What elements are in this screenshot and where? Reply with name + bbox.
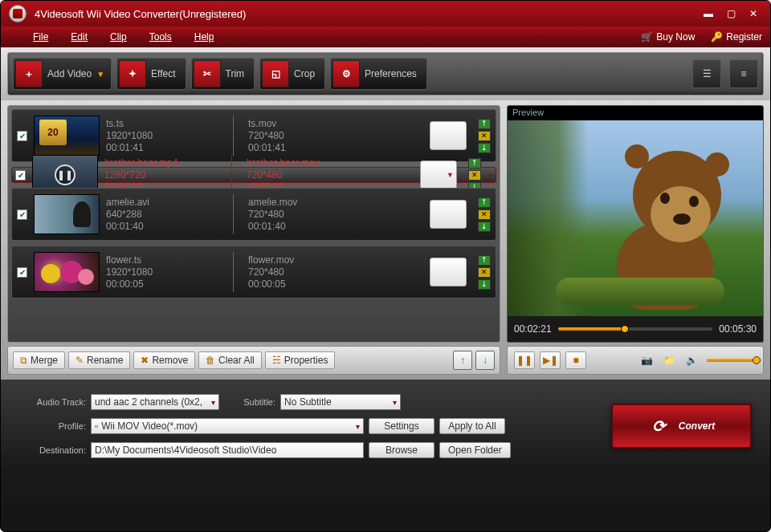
convert-button[interactable]: ⟳ Convert: [611, 404, 752, 449]
audio-track-select[interactable]: und aac 2 channels (0x2,: [91, 394, 219, 410]
pause-button[interactable]: ❚❚: [514, 351, 535, 369]
browse-button[interactable]: Browse: [369, 442, 434, 458]
file-dur: 00:00:05: [106, 278, 226, 290]
file-res: 1280*720: [104, 169, 225, 181]
destination-field[interactable]: D:\My Documents\4Videosoft Studio\Video: [91, 442, 364, 458]
close-button[interactable]: ✕: [744, 7, 762, 20]
trim-icon: ✂: [194, 60, 221, 87]
thumbnail[interactable]: [34, 194, 100, 234]
seek-thumb[interactable]: [621, 325, 629, 333]
row-checkbox[interactable]: ✔: [17, 267, 27, 278]
volume-icon[interactable]: 🔈: [683, 351, 700, 369]
menu-file[interactable]: File: [33, 31, 48, 43]
trim-button[interactable]: ✂ Trim: [191, 58, 255, 90]
out-name: flower.mov: [248, 254, 361, 266]
row-remove-button[interactable]: ✕: [468, 170, 481, 181]
device-dropdown[interactable]: ▼: [420, 160, 457, 189]
subtitle-select[interactable]: No Subtitle: [280, 394, 401, 410]
snapshot-button[interactable]: 📷: [638, 351, 655, 369]
row-bottom-button[interactable]: ⤓: [478, 221, 491, 232]
settings-button[interactable]: Settings: [369, 418, 434, 434]
menu-tools[interactable]: Tools: [149, 31, 172, 43]
snapshot-folder-button[interactable]: 📁: [660, 351, 678, 369]
file-res: 1920*1080: [106, 266, 226, 278]
row-checkbox[interactable]: ✔: [15, 170, 26, 181]
row-remove-button[interactable]: ✕: [478, 267, 491, 278]
list-view-button[interactable]: ☰: [692, 59, 721, 88]
row-top-button[interactable]: ⤒: [478, 197, 491, 208]
move-up-button[interactable]: ↑: [453, 351, 472, 370]
convert-icon: ⟳: [648, 415, 671, 437]
file-name: flower.ts: [106, 254, 226, 266]
device-icon[interactable]: [430, 121, 467, 150]
menu-clip[interactable]: Clip: [110, 31, 127, 43]
out-name: ts.mov: [248, 118, 361, 130]
remove-icon: ✖: [141, 355, 149, 366]
play-overlay-icon: ❚❚: [55, 164, 75, 185]
row-top-button[interactable]: ⤒: [468, 158, 481, 169]
maximize-button[interactable]: ▢: [722, 7, 740, 20]
menu-help[interactable]: Help: [194, 31, 214, 43]
device-icon[interactable]: [430, 200, 467, 229]
trash-icon: 🗑: [206, 355, 215, 366]
volume-slider[interactable]: [707, 359, 757, 362]
crop-icon: ◱: [262, 60, 289, 87]
clear-all-button[interactable]: 🗑Clear All: [198, 351, 262, 369]
device-icon[interactable]: [430, 258, 467, 286]
remove-button[interactable]: ✖Remove: [133, 351, 195, 369]
minimize-button[interactable]: ▬: [700, 7, 717, 20]
middle-shell: ✔ 20 ts.ts 1920*1080 00:01:41 ts.mov 720…: [1, 100, 770, 380]
file-name: ts.ts: [106, 118, 226, 130]
row-checkbox[interactable]: ✔: [17, 209, 27, 220]
register-link[interactable]: 🔑Register: [711, 31, 762, 43]
out-dur: 00:01:40: [248, 221, 361, 233]
row-top-button[interactable]: ⤒: [478, 255, 491, 266]
app-window: 4Videosoft Wii Video Converter(Unregiste…: [0, 0, 771, 532]
add-video-dropdown-icon[interactable]: ▼: [96, 70, 104, 79]
thumbnail[interactable]: 20: [34, 116, 100, 156]
audio-track-label: Audio Track:: [15, 397, 86, 407]
key-icon: 🔑: [711, 31, 723, 43]
row-bottom-button[interactable]: ⤓: [478, 279, 491, 290]
file-row[interactable]: ✔ flower.ts 1920*1080 00:00:05 flower.mo…: [11, 246, 496, 298]
row-remove-button[interactable]: ✕: [478, 209, 491, 220]
properties-button[interactable]: ☵Properties: [265, 351, 336, 369]
preferences-button[interactable]: ⚙ Preferences: [330, 58, 427, 90]
add-video-button[interactable]: ＋ Add Video ▼: [13, 58, 112, 90]
rename-button[interactable]: ✎Rename: [68, 351, 130, 369]
file-dur: 00:01:41: [106, 142, 226, 154]
row-bottom-button[interactable]: ⤓: [478, 143, 491, 153]
profile-label: Profile:: [15, 421, 86, 431]
time-current: 00:02:21: [514, 323, 552, 335]
file-row[interactable]: ✔ amelie.avi 640*288 00:01:40 amelie.mov…: [11, 188, 496, 241]
row-top-button[interactable]: ⤒: [478, 119, 491, 129]
list-actions-row: ⧉Merge ✎Rename ✖Remove 🗑Clear All ☵Prope…: [7, 346, 764, 375]
buy-now-link[interactable]: 🛒Buy Now: [641, 31, 695, 43]
gear-icon: ⚙: [332, 60, 360, 87]
move-down-button[interactable]: ↓: [475, 351, 495, 370]
preview-viewport[interactable]: [508, 120, 763, 316]
open-folder-button[interactable]: Open Folder: [439, 442, 511, 458]
apply-all-button[interactable]: Apply to All: [439, 418, 505, 434]
menu-edit[interactable]: Edit: [71, 31, 88, 43]
out-res: 720*480: [247, 169, 359, 181]
stop-button[interactable]: ■: [565, 351, 586, 369]
profile-select[interactable]: ▫Wii MOV Video(*.mov): [91, 418, 364, 434]
file-row[interactable]: ✔ ❚❚ brother bear.mp4 1280*720 00:05:30 …: [11, 167, 496, 183]
row-remove-button[interactable]: ✕: [478, 131, 491, 141]
crop-button[interactable]: ◱ Crop: [259, 58, 325, 90]
chevron-down-icon: ▼: [447, 171, 454, 179]
player-controls: ❚❚ ▶❚ ■ 📷 📁 🔈: [507, 346, 764, 375]
merge-button[interactable]: ⧉Merge: [13, 351, 65, 369]
row-checkbox[interactable]: ✔: [17, 131, 27, 141]
thumbnail[interactable]: [34, 252, 100, 292]
seek-track[interactable]: [558, 327, 713, 331]
properties-icon: ☵: [272, 355, 281, 366]
grid-view-button[interactable]: ≡: [729, 59, 758, 88]
volume-thumb[interactable]: [753, 356, 761, 364]
step-button[interactable]: ▶❚: [540, 351, 561, 369]
middle-area: ✔ 20 ts.ts 1920*1080 00:01:41 ts.mov 720…: [7, 105, 764, 343]
preview-label: Preview: [508, 106, 763, 120]
seek-bar: 00:02:21 00:05:30: [508, 316, 763, 342]
effect-button[interactable]: ✦ Effect: [116, 58, 186, 90]
